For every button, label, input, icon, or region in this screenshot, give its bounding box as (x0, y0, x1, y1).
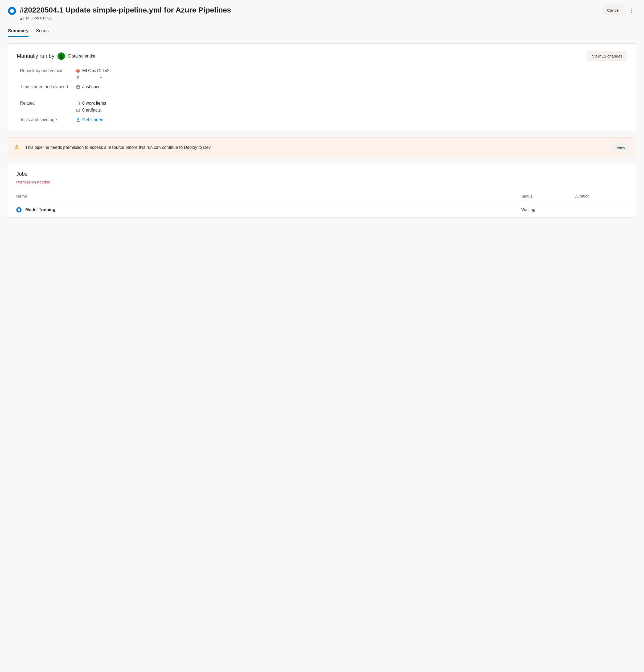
pipeline-name: MLOps CLI v2 (26, 16, 52, 20)
permission-alert: This pipeline needs permission to access… (8, 137, 636, 157)
git-icon (76, 69, 80, 73)
run-by-user: Data scientist (68, 53, 95, 59)
jobs-card: Jobs Permission needed Name Status Durat… (8, 164, 636, 217)
calendar-icon (76, 85, 80, 89)
branch-icon (76, 75, 80, 80)
alert-message: This pipeline needs permission to access… (25, 144, 606, 151)
job-status: Waiting (521, 207, 574, 212)
package-icon (76, 108, 80, 112)
clipboard-icon (76, 101, 80, 106)
work-items[interactable]: 0 work items (82, 101, 106, 106)
tab-scans[interactable]: Scans (36, 28, 48, 37)
svg-point-4 (77, 78, 77, 79)
tests-get-started-link[interactable]: Get started (82, 117, 103, 122)
col-status: Status (521, 194, 574, 199)
svg-rect-7 (76, 85, 79, 88)
table-row[interactable]: Model Training Waiting (8, 202, 636, 217)
col-duration: Duration (574, 194, 628, 199)
page-header: #20220504.1 Update simple-pipeline.yml f… (8, 5, 636, 20)
warning-icon (14, 144, 20, 151)
cancel-button[interactable]: Cancel (602, 5, 624, 15)
clock-icon (8, 7, 16, 15)
svg-rect-9 (76, 109, 79, 111)
time-label: Time started and elapsed (20, 84, 71, 96)
jobs-title: Jobs (16, 171, 628, 177)
related-label: Related (20, 101, 71, 112)
tab-bar: Summary Scans (8, 28, 636, 37)
repo-name: MLOps CLI v2 (82, 69, 109, 73)
avatar (58, 52, 65, 60)
run-by-label: Manually run by (17, 53, 54, 59)
view-changes-button[interactable]: View 13 changes (587, 51, 627, 61)
col-name: Name (16, 194, 521, 199)
jobs-table-header: Name Status Duration (8, 191, 636, 202)
clock-icon (16, 207, 22, 213)
job-name: Model Training (25, 207, 55, 212)
svg-rect-2 (23, 17, 23, 20)
more-actions-button[interactable]: ⋮ (628, 6, 636, 15)
kebab-icon: ⋮ (629, 7, 634, 14)
svg-point-10 (16, 148, 17, 148)
page-title: #20220504.1 Update simple-pipeline.yml f… (20, 5, 598, 15)
time-started: Just now (82, 84, 99, 89)
svg-point-3 (77, 76, 77, 77)
time-elapsed: - (76, 91, 627, 96)
permission-needed-text: Permission needed (16, 180, 628, 184)
flask-icon (76, 118, 80, 122)
svg-rect-1 (21, 18, 22, 20)
repo-label: Repository and version (20, 69, 71, 80)
artifacts[interactable]: 0 artifacts (82, 108, 100, 112)
tab-summary[interactable]: Summary (8, 28, 28, 37)
commit-icon (99, 75, 103, 80)
pipeline-icon (20, 16, 24, 20)
svg-rect-0 (20, 19, 21, 20)
alert-view-button[interactable]: View (612, 142, 630, 152)
summary-card: Manually run by Data scientist View 13 c… (8, 44, 636, 131)
svg-point-6 (100, 77, 102, 78)
svg-point-5 (78, 76, 79, 77)
tests-label: Tests and coverage (20, 117, 71, 122)
svg-rect-8 (77, 102, 79, 105)
